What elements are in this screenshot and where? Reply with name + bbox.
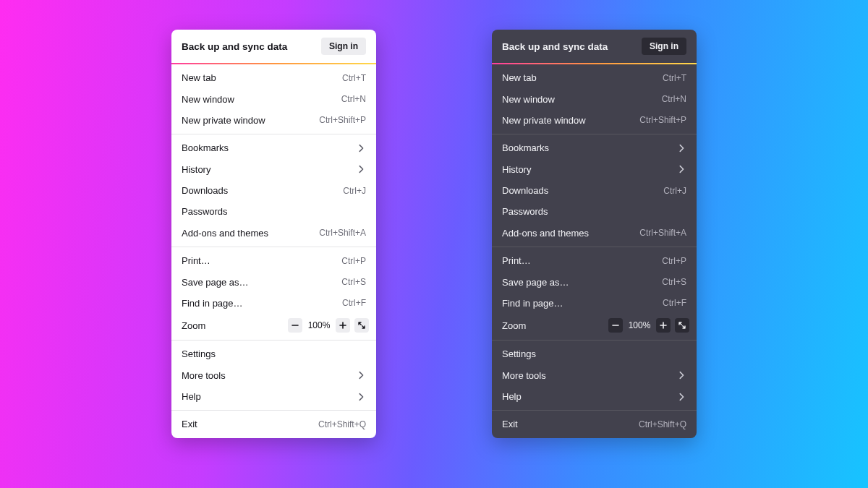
downloads-item[interactable]: Downloads Ctrl+J — [171, 180, 376, 201]
chevron-right-icon — [356, 392, 366, 402]
zoom-value: 100% — [627, 320, 652, 330]
item-label: Exit — [182, 419, 197, 429]
exit-item[interactable]: Exit Ctrl+Shift+Q — [492, 414, 697, 435]
item-shortcut: Ctrl+Shift+A — [319, 228, 366, 238]
chevron-right-icon — [676, 143, 686, 153]
more-tools-item[interactable]: More tools — [492, 365, 697, 386]
section-new: New tab Ctrl+T New window Ctrl+N New pri… — [492, 64, 697, 134]
item-label: Save page as… — [182, 277, 249, 288]
history-item[interactable]: History — [492, 159, 697, 180]
passwords-item[interactable]: Passwords — [492, 201, 697, 222]
item-shortcut: Ctrl+F — [663, 298, 686, 308]
zoom-out-button[interactable] — [288, 318, 302, 333]
item-shortcut: Ctrl+J — [343, 186, 366, 196]
item-shortcut: Ctrl+S — [662, 277, 686, 287]
item-label: New window — [182, 94, 234, 105]
item-label: New private window — [502, 115, 586, 126]
item-shortcut: Ctrl+S — [341, 277, 366, 287]
menu-header: Back up and sync data Sign in — [171, 30, 376, 63]
item-shortcut: Ctrl+Shift+A — [639, 228, 686, 238]
history-item[interactable]: History — [171, 159, 376, 180]
chevron-right-icon — [356, 143, 366, 153]
section-settings: Settings More tools Help — [492, 341, 697, 410]
section-new: New tab Ctrl+T New window Ctrl+N New pri… — [171, 64, 376, 134]
app-menu-light: Back up and sync data Sign in New tab Ct… — [171, 30, 376, 438]
item-label: More tools — [502, 370, 546, 381]
save-page-as-item[interactable]: Save page as… Ctrl+S — [171, 271, 376, 292]
item-label: New tab — [182, 72, 216, 83]
help-item[interactable]: Help — [171, 386, 376, 407]
sync-title: Back up and sync data — [182, 41, 287, 52]
zoom-item: Zoom 100% — [171, 314, 376, 337]
item-shortcut: Ctrl+T — [663, 73, 686, 83]
new-window-item[interactable]: New window Ctrl+N — [492, 88, 697, 109]
zoom-out-button[interactable] — [608, 318, 623, 333]
wallpaper: Back up and sync data Sign in New tab Ct… — [0, 0, 868, 488]
find-in-page-item[interactable]: Find in page… Ctrl+F — [171, 293, 376, 314]
section-exit: Exit Ctrl+Shift+Q — [171, 411, 376, 437]
item-label: Save page as… — [502, 277, 569, 288]
chevron-right-icon — [356, 370, 366, 380]
item-shortcut: Ctrl+J — [663, 186, 686, 196]
zoom-in-button[interactable] — [656, 318, 671, 333]
item-label: History — [182, 164, 210, 175]
settings-item[interactable]: Settings — [171, 343, 376, 364]
item-shortcut: Ctrl+Shift+Q — [318, 419, 366, 429]
item-label: Settings — [502, 348, 536, 359]
item-shortcut: Ctrl+Shift+P — [319, 115, 366, 125]
passwords-item[interactable]: Passwords — [171, 201, 376, 222]
bookmarks-item[interactable]: Bookmarks — [492, 137, 697, 158]
print-item[interactable]: Print… Ctrl+P — [171, 250, 376, 271]
find-in-page-item[interactable]: Find in page… Ctrl+F — [492, 293, 697, 314]
item-label: Downloads — [182, 185, 228, 196]
zoom-item: Zoom 100% — [492, 314, 697, 337]
section-library: Bookmarks History Downloads Ctrl+J Passw… — [492, 134, 697, 247]
item-label: Zoom — [502, 320, 526, 331]
save-page-as-item[interactable]: Save page as… Ctrl+S — [492, 271, 697, 292]
item-label: Find in page… — [502, 298, 563, 309]
item-label: New tab — [502, 72, 537, 83]
item-label: New window — [502, 94, 555, 105]
item-label: History — [502, 164, 531, 175]
section-page: Print… Ctrl+P Save page as… Ctrl+S Find … — [492, 247, 697, 340]
more-tools-item[interactable]: More tools — [171, 365, 376, 386]
item-shortcut: Ctrl+Shift+P — [639, 115, 686, 125]
item-label: Downloads — [502, 185, 548, 196]
item-label: Bookmarks — [182, 142, 229, 153]
zoom-in-button[interactable] — [336, 318, 350, 333]
new-tab-item[interactable]: New tab Ctrl+T — [171, 67, 376, 88]
new-window-item[interactable]: New window Ctrl+N — [171, 88, 376, 109]
section-exit: Exit Ctrl+Shift+Q — [492, 411, 697, 437]
item-label: Exit — [502, 419, 518, 429]
sign-in-button[interactable]: Sign in — [642, 38, 686, 55]
new-tab-item[interactable]: New tab Ctrl+T — [492, 67, 697, 88]
item-label: Print… — [182, 255, 210, 266]
addons-item[interactable]: Add-ons and themes Ctrl+Shift+A — [171, 223, 376, 244]
chevron-right-icon — [676, 370, 686, 380]
fullscreen-button[interactable] — [675, 318, 689, 333]
chevron-right-icon — [676, 164, 686, 174]
item-shortcut: Ctrl+F — [342, 298, 366, 308]
new-private-window-item[interactable]: New private window Ctrl+Shift+P — [171, 110, 376, 131]
item-label: More tools — [182, 370, 226, 381]
section-library: Bookmarks History Downloads Ctrl+J Passw… — [171, 134, 376, 247]
addons-item[interactable]: Add-ons and themes Ctrl+Shift+A — [492, 223, 697, 244]
item-shortcut: Ctrl+Shift+Q — [639, 419, 686, 429]
exit-item[interactable]: Exit Ctrl+Shift+Q — [171, 414, 376, 435]
section-settings: Settings More tools Help — [171, 341, 376, 410]
print-item[interactable]: Print… Ctrl+P — [492, 250, 697, 271]
settings-item[interactable]: Settings — [492, 343, 697, 364]
item-shortcut: Ctrl+T — [342, 73, 366, 83]
bookmarks-item[interactable]: Bookmarks — [171, 137, 376, 158]
sign-in-button[interactable]: Sign in — [321, 38, 366, 55]
help-item[interactable]: Help — [492, 386, 697, 407]
menu-header: Back up and sync data Sign in — [492, 30, 697, 63]
new-private-window-item[interactable]: New private window Ctrl+Shift+P — [492, 110, 697, 131]
item-label: Bookmarks — [502, 142, 549, 153]
downloads-item[interactable]: Downloads Ctrl+J — [492, 180, 697, 201]
item-shortcut: Ctrl+P — [662, 256, 686, 266]
fullscreen-button[interactable] — [354, 318, 369, 333]
zoom-controls: 100% — [608, 318, 689, 333]
item-label: Add-ons and themes — [182, 228, 268, 239]
item-shortcut: Ctrl+N — [341, 94, 366, 104]
